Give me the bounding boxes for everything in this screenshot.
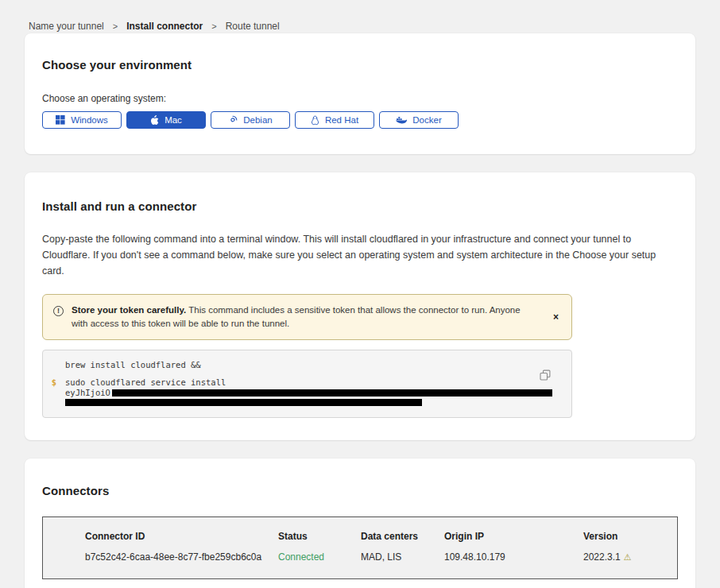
connectors-table: Connector ID Status Data centers Origin … (42, 516, 678, 579)
os-button-label: Mac (165, 115, 182, 125)
install-card-title: Install and run a connector (42, 199, 672, 213)
alert-circle-icon: ! (53, 306, 64, 316)
os-button-debian[interactable]: Debian (211, 111, 290, 129)
shell-prompt: $ (43, 377, 65, 388)
breadcrumb-route-tunnel[interactable]: Route tunnel (226, 21, 280, 32)
os-button-label: Debian (243, 115, 272, 125)
breadcrumb-separator: > (211, 21, 216, 31)
col-header-version: Version (583, 531, 669, 542)
col-header-status: Status (278, 531, 361, 542)
breadcrumb-name-your-tunnel[interactable]: Name your tunnel (29, 21, 104, 32)
docker-icon (396, 116, 407, 125)
token-redaction-bar (65, 399, 422, 406)
apple-icon (150, 115, 159, 126)
os-select-label: Choose an operating system: (42, 93, 672, 104)
breadcrumb-install-connector[interactable]: Install connector (126, 21, 203, 32)
install-command-code-block: brew install cloudflared && $ sudo cloud… (42, 350, 572, 418)
choose-environment-card: Choose your environment Choose an operat… (25, 33, 695, 154)
os-button-label: Red Hat (325, 115, 358, 125)
token-prefix: eyJhIjoiO (65, 388, 110, 398)
token-warning-text: Store your token carefully. This command… (72, 304, 525, 331)
col-header-connector-id: Connector ID (85, 531, 278, 542)
token-warning-title: Store your token carefully. (72, 305, 186, 315)
table-row: b7c52c42-6caa-48ee-8c77-fbe259cb6c0a Con… (43, 551, 677, 563)
debian-icon (228, 115, 238, 125)
connectors-table-header: Connector ID Status Data centers Origin … (43, 531, 677, 542)
connectors-card: Connectors Connector ID Status Data cent… (25, 458, 695, 588)
os-button-docker[interactable]: Docker (379, 111, 459, 129)
data-centers-value: MAD, LIS (361, 551, 444, 563)
code-line-brew: brew install cloudflared && (65, 360, 201, 370)
code-line-sudo: sudo cloudflared service install (65, 377, 226, 388)
connectors-card-title: Connectors (42, 484, 678, 497)
version-value: 2022.3.1 (583, 551, 621, 563)
prompt-spacer (43, 360, 65, 370)
copy-icon (540, 371, 551, 383)
os-button-label: Docker (412, 115, 441, 125)
origin-ip-value: 109.48.10.179 (444, 551, 583, 563)
token-redaction-bar (112, 389, 552, 397)
prompt-spacer (43, 388, 65, 398)
os-button-label: Windows (71, 115, 108, 125)
os-button-mac[interactable]: Mac (126, 111, 206, 129)
breadcrumb-separator: > (113, 21, 118, 31)
close-icon[interactable]: × (550, 311, 562, 323)
connector-id-value: b7c52c42-6caa-48ee-8c77-fbe259cb6c0a (85, 551, 278, 563)
breadcrumb: Name your tunnel > Install connector > R… (0, 0, 720, 33)
prompt-spacer (43, 398, 65, 406)
install-connector-card: Install and run a connector Copy-paste t… (25, 172, 695, 440)
os-button-group: Windows Mac Debian Red Hat Docker (42, 111, 672, 129)
version-warning-icon: ⚠ (624, 553, 632, 562)
token-warning-banner: ! Store your token carefully. This comma… (42, 294, 572, 340)
install-description: Copy-paste the following command into a … (42, 231, 672, 279)
environment-card-title: Choose your environment (42, 58, 672, 72)
windows-icon (56, 115, 65, 125)
os-button-windows[interactable]: Windows (42, 111, 122, 129)
os-button-redhat[interactable]: Red Hat (295, 111, 374, 129)
status-badge: Connected (278, 551, 361, 563)
col-header-origin-ip: Origin IP (444, 531, 583, 542)
col-header-data-centers: Data centers (361, 531, 444, 542)
copy-command-button[interactable] (540, 369, 551, 381)
redhat-icon (311, 115, 319, 126)
